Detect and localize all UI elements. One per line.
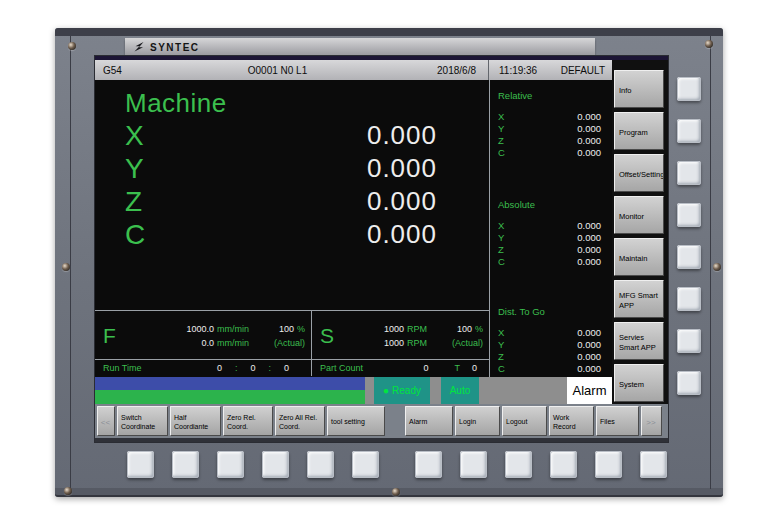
screw-icon [705, 40, 713, 48]
axis-value: 0.000 [577, 351, 611, 363]
spindle-percent-sign: % [475, 324, 483, 335]
physical-key-f5[interactable] [677, 245, 701, 269]
axis-label: Z [498, 244, 504, 256]
axis-row: X 0.000 [125, 119, 489, 152]
bezel-top-edge [55, 28, 723, 36]
softkey-files[interactable]: Files [596, 406, 639, 436]
physical-key-b1[interactable] [127, 451, 154, 478]
axis-label: Z [125, 186, 165, 218]
axis-value: 0.000 [367, 186, 437, 217]
softkey-row: << Switch Coordinate Half Coordiante Zer… [95, 404, 668, 442]
alarm-status-label: Alarm [573, 383, 607, 398]
physical-key-f4[interactable] [677, 203, 701, 227]
alarm-status-box: Alarm [567, 377, 612, 404]
physical-key-f3[interactable] [677, 161, 701, 185]
coordinate-side-panel: Relative X0.000 Y0.000 Z0.000 C0.000 Abs… [489, 80, 611, 377]
axis-label: Y [498, 123, 504, 135]
axis-label: C [125, 219, 165, 251]
softkey-switch-coordinate[interactable]: Switch Coordinate [117, 406, 168, 436]
physical-key-b11[interactable] [595, 451, 622, 478]
softkey-page-prev[interactable]: << [97, 406, 115, 436]
spindle-panel: S 1000RPM 100% 1000RPM (Actual [312, 311, 489, 359]
axis-value: 0.000 [577, 232, 611, 244]
axis-value: 0.000 [577, 220, 611, 232]
softkey-tool-setting[interactable]: tool setting [327, 406, 385, 436]
syntec-logo-icon [134, 42, 145, 53]
physical-key-b10[interactable] [550, 451, 577, 478]
sidebar-item-program[interactable]: Program [614, 112, 664, 150]
sidebar-item-info[interactable]: Info [614, 70, 664, 108]
brand-plate: SYNTEC [125, 38, 595, 56]
softkey-work-record[interactable]: Work Record [549, 406, 594, 436]
physical-key-f2[interactable] [677, 119, 701, 143]
ready-status-indicator: ● Ready [374, 377, 430, 404]
status-topbar: G54 O0001 N0 L1 2018/6/8 11:19:36 DEFAUL… [95, 60, 612, 80]
axis-value: 0.000 [577, 327, 611, 339]
physical-key-f8[interactable] [677, 371, 701, 395]
axis-value: 0.000 [367, 120, 437, 151]
run-time-cell: Run Time 0 : 0 : 0 [95, 360, 312, 376]
physical-key-f1[interactable] [677, 77, 701, 101]
physical-key-b5[interactable] [307, 451, 334, 478]
spindle-label: S [320, 324, 344, 348]
part-count-label: Part Count [312, 363, 363, 373]
time-separator: : [235, 363, 238, 373]
axis-value: 0.000 [577, 339, 611, 351]
softkey-zero-rel-coord[interactable]: Zero Rel. Coord. [223, 406, 273, 436]
softkey-alarm[interactable]: Alarm [405, 406, 453, 436]
bezel-inner-line-right [710, 36, 711, 489]
axis-label: Z [498, 351, 504, 363]
run-time-label: Run Time [95, 363, 142, 373]
feed-unit: mm/min [217, 324, 249, 335]
progress-bars [95, 377, 365, 404]
spindle-actual-unit: RPM [407, 338, 427, 349]
physical-key-f6[interactable] [677, 287, 701, 311]
screw-icon [68, 42, 76, 50]
physical-key-b8[interactable] [460, 451, 487, 478]
axis-label: C [498, 363, 505, 375]
physical-key-f7[interactable] [677, 329, 701, 353]
spindle-unit: RPM [407, 324, 427, 335]
softkey-zero-all-rel-coord[interactable]: Zero All Rel. Coord. [275, 406, 325, 436]
physical-key-b4[interactable] [262, 451, 289, 478]
feedrate-panel: F 1000.0mm/min 100% 0.0mm/min [95, 311, 312, 359]
dist-to-go-title: Dist. To Go [498, 306, 611, 318]
physical-key-b7[interactable] [415, 451, 442, 478]
feed-percent-sign: % [297, 324, 305, 335]
tool-value: 0 [472, 363, 477, 373]
bezel-bottom-edge [55, 488, 723, 497]
axis-label: Y [498, 232, 504, 244]
date-display: 2018/6/8 [390, 65, 488, 76]
screen-content: G54 O0001 N0 L1 2018/6/8 11:19:36 DEFAUL… [95, 60, 612, 404]
physical-key-b6[interactable] [352, 451, 379, 478]
softkey-page-next[interactable]: >> [641, 406, 662, 436]
physical-key-b3[interactable] [217, 451, 244, 478]
part-count-cell: Part Count 0 T 0 [312, 360, 489, 376]
mode-display: DEFAULT [561, 65, 612, 76]
sidebar-item-system[interactable]: System [614, 364, 664, 402]
feed-actual-unit: mm/min [217, 338, 249, 349]
sidebar-item-offset-setting[interactable]: Offset/Setting [614, 154, 664, 192]
program-number: O0001 N0 L1 [165, 65, 390, 76]
time-separator: : [268, 363, 271, 373]
physical-key-b12[interactable] [640, 451, 667, 478]
softkey-logout[interactable]: Logout [502, 406, 547, 436]
axis-value: 0.000 [577, 147, 611, 159]
feed-actual-tag: (Actual) [274, 338, 305, 349]
axis-label: C [498, 147, 505, 159]
clock-display: 11:19:36 [489, 65, 537, 76]
softkey-login[interactable]: Login [455, 406, 500, 436]
axis-row: Y 0.000 [125, 152, 489, 185]
physical-key-b9[interactable] [505, 451, 532, 478]
physical-key-b2[interactable] [172, 451, 199, 478]
softkey-half-coordinate[interactable]: Half Coordiante [170, 406, 221, 436]
sidebar-item-service-smart-app[interactable]: Servies Smart APP [614, 322, 664, 360]
bezel-inner-line-left [70, 36, 71, 489]
sidebar-item-mfg-smart-app[interactable]: MFG Smart APP [614, 280, 664, 318]
relative-title: Relative [498, 90, 611, 102]
sidebar-item-monitor[interactable]: Monitor [614, 196, 664, 234]
lcd-screen: G54 O0001 N0 L1 2018/6/8 11:19:36 DEFAUL… [95, 56, 668, 442]
function-menu-sidebar: Info Program Offset/Setting Monitor Main… [612, 60, 668, 404]
sidebar-item-maintain[interactable]: Maintain [614, 238, 664, 276]
axis-value: 0.000 [367, 219, 437, 250]
